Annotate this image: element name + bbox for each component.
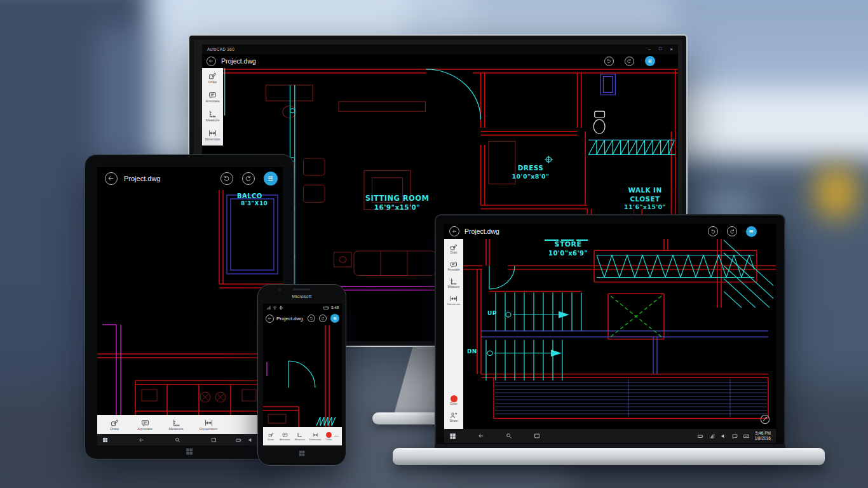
phone-device: Microsoft 5:48 Project.dwg (257, 284, 346, 466)
room-label-balcony: BALCO 8'3"X10 (237, 192, 268, 208)
tool-measure[interactable]: Measure (444, 274, 463, 292)
file-name: Project.dwg (276, 316, 303, 322)
file-name: Project.dwg (465, 227, 499, 235)
phone-status-bar: 5:48 (263, 304, 342, 311)
phone-brand: Microsoft (258, 294, 346, 299)
laptop-base (393, 448, 825, 465)
redo-button[interactable] (242, 172, 255, 185)
maximize-button[interactable]: □ (659, 46, 661, 52)
tool-color[interactable]: Color (323, 432, 334, 441)
undo-button[interactable] (220, 172, 233, 185)
redo-button[interactable] (727, 226, 737, 236)
tool-annotate[interactable]: Annotate (277, 432, 292, 441)
laptop-appbar: Project.dwg (444, 224, 776, 239)
tool-color[interactable]: Color (444, 392, 463, 409)
volume-icon[interactable] (248, 437, 254, 443)
phone-cad-canvas[interactable] (263, 325, 342, 427)
tool-annotate[interactable]: Annotate (444, 257, 463, 274)
sim-signal-icon (266, 306, 271, 310)
start-button[interactable] (102, 437, 108, 443)
laptop-cad-canvas[interactable]: STORE 10'0"x6'9" UP DN (463, 239, 776, 429)
laptop-screen: Project.dwg Draw Annotate Measure Dimens… (444, 224, 776, 443)
taskbar-clock[interactable]: 5:46 PM 1/8/2016 (755, 431, 771, 441)
taskbar-search-button[interactable] (175, 437, 180, 443)
stairs-dn-label: DN (467, 348, 477, 356)
tool-annotate[interactable]: Annotate (202, 87, 223, 106)
tool-measure[interactable]: Measure (161, 419, 191, 431)
undo-button[interactable] (708, 226, 718, 236)
compass-button[interactable] (759, 414, 771, 425)
room-label-dress: DRESS 10'0"x8'0" (492, 164, 569, 180)
tool-measure[interactable]: Measure (292, 432, 307, 441)
redo-button[interactable] (319, 315, 327, 322)
tablet-toolbar: Draw Annotate Measure Dimension Color (97, 415, 283, 434)
network-icon[interactable] (709, 433, 715, 439)
annotate-icon (208, 91, 217, 99)
tool-dimension[interactable]: Dimension (308, 432, 323, 441)
room-label-store: STORE 10'0"x6'9" (530, 240, 606, 257)
file-name: Project.dwg (124, 175, 160, 182)
battery-icon (323, 305, 329, 311)
laptop-device: Project.dwg Draw Annotate Measure Dimens… (435, 214, 785, 450)
notification-icon[interactable] (732, 433, 738, 439)
tablet-cad-canvas[interactable]: BALCO 8'3"X10 (97, 190, 283, 415)
keyboard-icon[interactable] (743, 433, 749, 439)
more-button[interactable]: ··· (334, 434, 339, 438)
tool-annotate[interactable]: Annotate (129, 419, 161, 431)
battery-icon[interactable] (698, 433, 703, 439)
task-view-button[interactable] (211, 437, 217, 443)
volume-icon[interactable] (721, 433, 726, 439)
tool-dimension[interactable]: Dimension (202, 125, 223, 144)
draw-icon (208, 72, 217, 80)
close-button[interactable]: × (670, 46, 673, 52)
tool-share[interactable]: Share (444, 409, 463, 425)
back-button[interactable] (449, 226, 459, 236)
phone-toolbar: Draw Annotate Measure Dimension Color ··… (263, 427, 342, 445)
menu-button[interactable] (746, 226, 757, 237)
tool-draw[interactable]: Draw (264, 432, 277, 441)
tool-dimension[interactable]: Dimension (191, 419, 226, 431)
back-icon (208, 58, 214, 64)
measure-icon (297, 432, 302, 438)
taskbar-search-button[interactable] (506, 433, 512, 439)
menu-icon (748, 228, 755, 235)
taskbar-back-button[interactable] (139, 437, 144, 443)
back-icon (107, 175, 114, 182)
redo-button[interactable] (625, 57, 634, 66)
tool-dimension[interactable]: Dimension (444, 292, 463, 309)
tool-measure[interactable]: Measure (202, 106, 223, 125)
undo-button[interactable] (308, 315, 315, 322)
phone-windows-button[interactable] (299, 450, 306, 457)
redo-icon (245, 175, 252, 182)
phone-earpiece (293, 288, 311, 290)
back-button[interactable] (266, 315, 274, 323)
redo-icon (321, 316, 325, 320)
taskbar-back-button[interactable] (478, 433, 484, 439)
menu-button[interactable] (264, 172, 278, 186)
laptop-tool-panel: Draw Annotate Measure Dimension Color Sh… (444, 239, 463, 429)
tool-draw[interactable]: Draw (444, 240, 463, 257)
tablet-floor-plan (97, 190, 283, 415)
measure-icon (172, 419, 180, 427)
window-titlebar[interactable]: AutoCAD 360 – □ × (202, 44, 678, 54)
bg-yellow-equipment (815, 166, 857, 219)
menu-button[interactable] (645, 56, 655, 66)
phone-camera (278, 288, 281, 291)
battery-icon[interactable] (236, 437, 241, 443)
stairs-up-label: UP (487, 310, 497, 318)
tablet-appbar: Project.dwg (97, 167, 283, 190)
undo-button[interactable] (604, 57, 614, 66)
back-button[interactable] (105, 172, 118, 185)
start-button[interactable] (449, 433, 456, 440)
back-button[interactable] (207, 57, 216, 66)
undo-icon (223, 175, 230, 182)
dimension-icon (205, 419, 213, 427)
annotate-icon (282, 432, 288, 438)
minimize-button[interactable]: – (648, 46, 651, 52)
task-view-button[interactable] (534, 433, 540, 439)
menu-button[interactable] (330, 314, 339, 323)
tool-draw[interactable]: Draw (202, 68, 223, 87)
tool-draw[interactable]: Draw (100, 419, 129, 431)
room-label-sitting: SITTING ROOM 16'9"x15'0" (346, 194, 448, 212)
tablet-windows-button[interactable] (186, 447, 194, 456)
